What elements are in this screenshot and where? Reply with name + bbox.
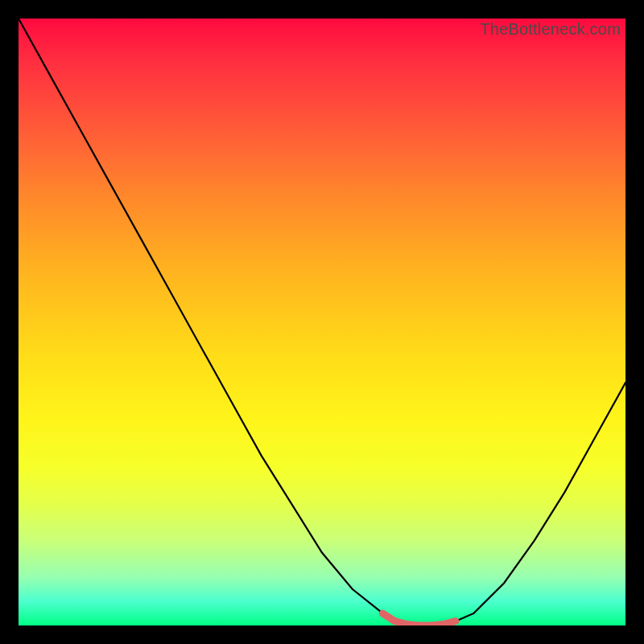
chart-frame: TheBottleneck.com <box>0 0 644 644</box>
plot-area: TheBottleneck.com <box>19 19 625 625</box>
main-curve <box>19 19 625 625</box>
highlight-band <box>382 613 456 625</box>
curve-layer <box>19 19 625 625</box>
watermark-text: TheBottleneck.com <box>480 20 621 39</box>
